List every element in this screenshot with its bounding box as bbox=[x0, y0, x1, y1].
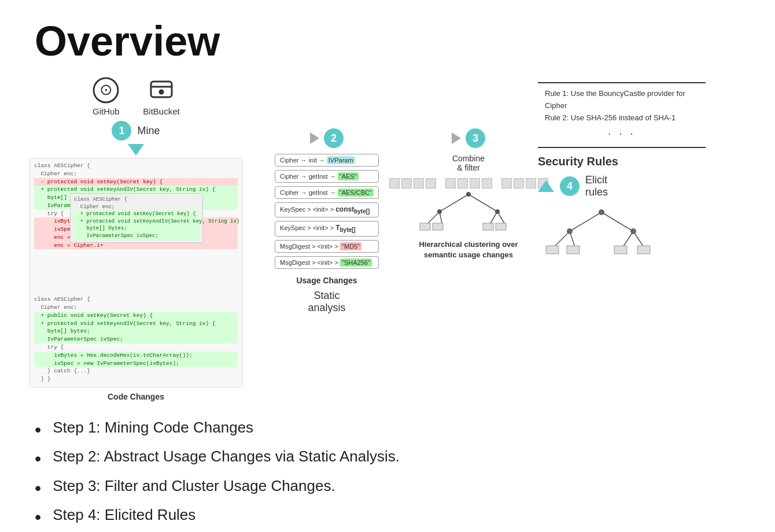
hierarchical-label: Hierarchical clustering over semantic us… bbox=[419, 239, 518, 260]
usage-box-3: Cipher → getInst → "AES/CBC" bbox=[275, 186, 379, 199]
bullet-text-4: Step 4: Elicited Rules bbox=[53, 506, 195, 524]
mine-label: Mine bbox=[137, 125, 160, 137]
cluster-box bbox=[401, 178, 412, 189]
cluster-box bbox=[501, 178, 512, 189]
step2-row: 2 bbox=[310, 128, 344, 148]
combine-label: Combine & filter bbox=[452, 154, 485, 172]
svg-rect-17 bbox=[496, 223, 506, 230]
svg-rect-14 bbox=[420, 223, 430, 230]
code-changes-label: Code Changes bbox=[108, 392, 164, 401]
step4-row: 4 Elicit rules bbox=[538, 174, 608, 198]
bullet-dot-4: • bbox=[35, 506, 41, 528]
usage-box-6: MsgDigest > <init> > "MD5" bbox=[275, 240, 379, 253]
step4-circle: 4 bbox=[560, 176, 580, 196]
svg-point-12 bbox=[437, 209, 442, 214]
bullet-text-1: Step 1: Mining Code Changes bbox=[53, 419, 253, 437]
code-block: class AESCipher { Cipher enc; - protecte… bbox=[29, 158, 243, 387]
cluster-boxes bbox=[389, 178, 548, 189]
arrow-right-step2 bbox=[310, 132, 319, 144]
cluster-box bbox=[514, 178, 524, 189]
svg-rect-16 bbox=[483, 223, 493, 230]
step3-section: 3 Combine & filter bbox=[405, 128, 532, 260]
step2-circle: 2 bbox=[324, 128, 344, 148]
usage-box-5: KeySpec > <init> > Tbyte[] bbox=[275, 221, 379, 236]
bullet-item-2: • Step 2: Abstract Usage Changes via Sta… bbox=[35, 448, 740, 470]
mine-row: 1 Mine bbox=[112, 121, 160, 141]
rule1-text: Rule 1: Use the BouncyCastle provider fo… bbox=[545, 88, 699, 112]
bitbucket-label: BitBucket bbox=[143, 106, 179, 116]
github-label: GitHub bbox=[93, 106, 120, 116]
arrow-right-step3 bbox=[452, 132, 461, 144]
elicit-label: Elicit rules bbox=[585, 174, 608, 198]
tree-diagram bbox=[411, 189, 526, 235]
svg-line-6 bbox=[468, 194, 497, 212]
bitbucket-item: BitBucket bbox=[143, 76, 179, 116]
cluster-box bbox=[389, 178, 400, 189]
svg-point-25 bbox=[567, 228, 573, 234]
cluster-group-1 bbox=[389, 178, 436, 189]
cluster-box bbox=[470, 178, 480, 189]
left-section: ⊙ GitHub BitBucket 1 Mine class AESCiphe bbox=[23, 76, 249, 401]
arrow-down-icon bbox=[128, 144, 144, 156]
svg-point-11 bbox=[466, 192, 471, 197]
cluster-box bbox=[482, 178, 492, 189]
rules-box: Rule 1: Use the BouncyCastle provider fo… bbox=[538, 82, 706, 148]
cluster-box bbox=[414, 178, 424, 189]
svg-point-4 bbox=[159, 90, 164, 95]
middle-section: 2 Cipher → init → IVParam Cipher → getIn… bbox=[254, 128, 399, 314]
github-item: ⊙ GitHub bbox=[92, 76, 120, 116]
usage-box-4: KeySpec > <init> > constbyte[] bbox=[275, 202, 379, 217]
usage-boxes: Cipher → init → IVParam Cipher → getInst… bbox=[275, 154, 379, 269]
bitbucket-icon bbox=[147, 76, 175, 104]
bullet-dot-1: • bbox=[35, 419, 41, 441]
right-section: Rule 1: Use the BouncyCastle provider fo… bbox=[538, 82, 723, 263]
rule2-text: Rule 2: Use SHA-256 instead of SHA-1 bbox=[545, 112, 699, 124]
svg-line-18 bbox=[570, 212, 601, 231]
diagram-area: ⊙ GitHub BitBucket 1 Mine class AESCiphe bbox=[0, 71, 775, 401]
arrow-up-step4 bbox=[538, 180, 554, 192]
svg-rect-29 bbox=[614, 246, 627, 254]
bullet-text-2: Step 2: Abstract Usage Changes via Stati… bbox=[53, 448, 400, 466]
usage-box-1: Cipher → init → IVParam bbox=[275, 154, 379, 167]
cluster-box bbox=[526, 178, 536, 189]
bullet-item-3: • Step 3: Filter and Cluster Usage Chang… bbox=[35, 477, 740, 499]
cluster-box bbox=[445, 178, 456, 189]
bullet-section: • Step 1: Mining Code Changes • Step 2: … bbox=[0, 401, 775, 532]
bullet-item-1: • Step 1: Mining Code Changes bbox=[35, 419, 740, 441]
svg-rect-27 bbox=[546, 246, 559, 254]
bullet-text-3: Step 3: Filter and Cluster Usage Changes… bbox=[53, 477, 335, 495]
step3-row: 3 bbox=[452, 128, 485, 148]
svg-rect-15 bbox=[433, 223, 443, 230]
rules-dots: · · · bbox=[545, 124, 699, 142]
static-analysis-label: Static analysis bbox=[308, 290, 345, 314]
svg-point-13 bbox=[495, 209, 500, 214]
svg-rect-28 bbox=[567, 246, 580, 254]
github-icon: ⊙ bbox=[92, 76, 120, 104]
svg-point-24 bbox=[599, 209, 604, 215]
step3-circle: 3 bbox=[466, 128, 485, 148]
cluster-box bbox=[457, 178, 468, 189]
code-overlay: class AESCipher { Cipher enc; + protecte… bbox=[70, 193, 203, 243]
cluster-box bbox=[426, 178, 436, 189]
bullet-dot-2: • bbox=[35, 448, 41, 470]
bullet-dot-3: • bbox=[35, 477, 41, 499]
usage-changes-label: Usage Changes bbox=[296, 276, 357, 285]
page-title: Overview bbox=[0, 0, 775, 71]
bullet-item-4: • Step 4: Elicited Rules bbox=[35, 506, 740, 528]
repo-icons: ⊙ GitHub BitBucket bbox=[92, 76, 179, 116]
usage-box-7: MsgDigest > <init> > "SHA256" bbox=[275, 256, 379, 269]
step4-tree bbox=[538, 205, 665, 263]
usage-box-2: Cipher → getInst → "AES" bbox=[275, 170, 379, 183]
step1-circle: 1 bbox=[112, 121, 131, 141]
svg-text:⊙: ⊙ bbox=[99, 81, 113, 98]
security-rules-label: Security Rules bbox=[538, 155, 618, 168]
svg-rect-30 bbox=[637, 246, 650, 254]
svg-point-26 bbox=[630, 228, 636, 234]
cluster-group-2 bbox=[445, 178, 492, 189]
svg-line-19 bbox=[601, 212, 633, 231]
svg-line-5 bbox=[440, 194, 468, 212]
